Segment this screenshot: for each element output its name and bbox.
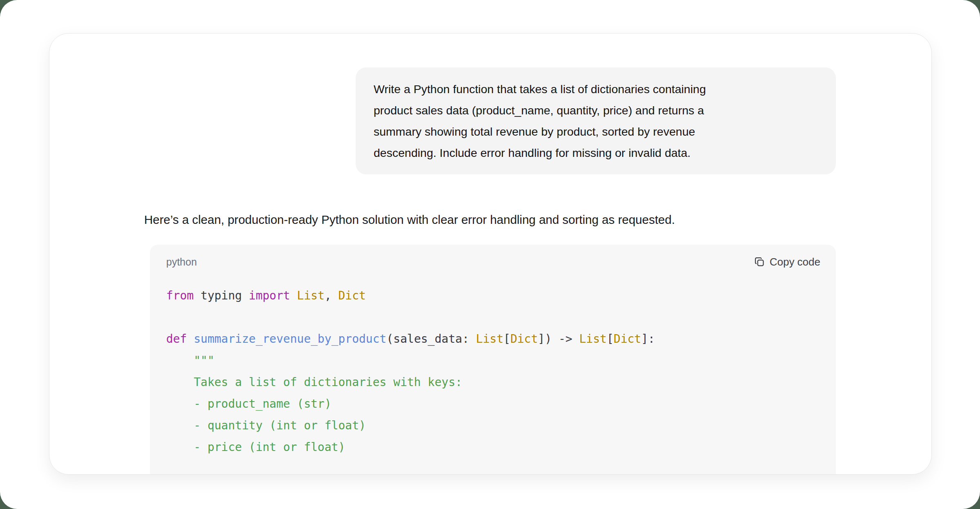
code-token: Dict <box>510 332 538 346</box>
code-token: Takes a list of dictionaries with keys: <box>166 375 462 389</box>
code-token: import <box>249 289 290 302</box>
code-token: , <box>325 289 339 302</box>
code-token: summarize_revenue_by_product <box>194 332 386 346</box>
code-line: """ <box>166 350 820 371</box>
code-line: Takes a list of dictionaries with keys: <box>166 371 820 393</box>
code-token: List <box>579 332 607 346</box>
code-token: Dict <box>338 289 365 302</box>
code-content: from typing import List, Dictdef summari… <box>150 268 836 458</box>
code-token: [ <box>607 332 614 346</box>
code-line: - product_name (str) <box>166 393 820 415</box>
code-token: [ <box>503 332 510 346</box>
code-token: - price (int or float) <box>166 440 345 454</box>
code-line <box>166 306 820 328</box>
chat-card: Write a Python function that takes a lis… <box>49 33 932 475</box>
assistant-intro-text: Here’s a clean, production-ready Python … <box>144 212 838 228</box>
user-message-line: product sales data (product_name, quanti… <box>374 100 818 121</box>
user-message-line: descending. Include error handling for m… <box>374 142 818 163</box>
code-line: from typing import List, Dict <box>166 285 820 306</box>
code-token: """ <box>166 354 214 367</box>
code-token: List <box>297 289 324 302</box>
language-label: python <box>166 256 197 268</box>
code-block: python Copy code from typing import List… <box>150 245 836 475</box>
code-token: (sales_data: <box>386 332 476 346</box>
code-token <box>187 332 194 346</box>
page-background: Write a Python function that takes a lis… <box>0 0 980 509</box>
code-token: List <box>476 332 503 346</box>
code-line: def summarize_revenue_by_product(sales_d… <box>166 328 820 350</box>
code-token: typing <box>194 289 249 302</box>
code-line: - quantity (int or float) <box>166 415 820 436</box>
code-token: - product_name (str) <box>166 397 332 411</box>
code-header: python Copy code <box>150 245 836 268</box>
user-message-bubble: Write a Python function that takes a lis… <box>356 67 836 174</box>
copy-code-label: Copy code <box>770 256 820 268</box>
user-message-line: Write a Python function that takes a lis… <box>374 78 818 100</box>
copy-icon <box>753 256 766 268</box>
code-token: - quantity (int or float) <box>166 419 366 432</box>
copy-code-button[interactable]: Copy code <box>753 256 820 268</box>
code-line: - price (int or float) <box>166 436 820 458</box>
code-token: ]) -> <box>538 332 579 346</box>
code-token: from <box>166 289 194 302</box>
code-token: def <box>166 332 187 346</box>
code-token <box>290 289 297 302</box>
user-message-line: summary showing total revenue by product… <box>374 121 818 142</box>
code-token: ]: <box>641 332 655 346</box>
code-token: Dict <box>614 332 641 346</box>
